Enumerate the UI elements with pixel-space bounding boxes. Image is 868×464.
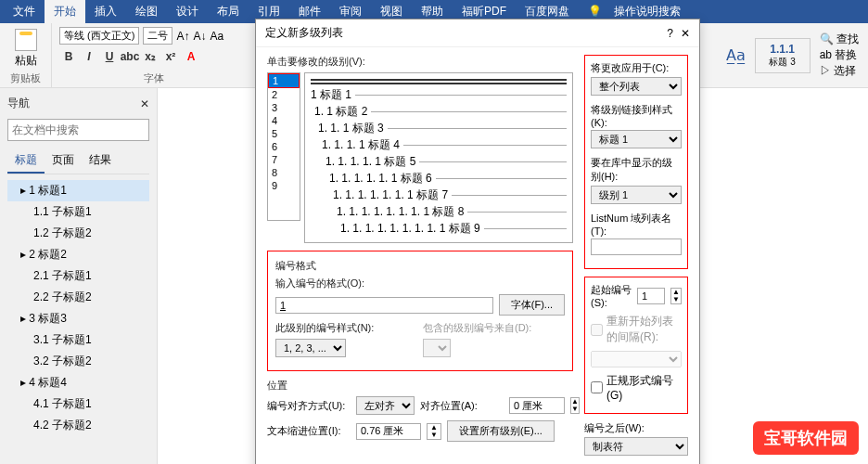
nav-item[interactable]: ▸ 1 标题1: [7, 180, 149, 201]
align-spinner[interactable]: ▲▼: [570, 397, 580, 414]
font-group: 等线 (西文正文) 二号 A↑ A↓ Aa B I U abc x₂ x² A …: [52, 23, 256, 87]
clipboard-group: 粘贴 剪贴板: [0, 23, 52, 87]
tab-file[interactable]: 文件: [4, 0, 45, 23]
help-icon[interactable]: ?: [667, 27, 673, 40]
apply-to-label: 将更改应用于(C):: [591, 61, 682, 75]
underline-button[interactable]: U: [100, 48, 119, 65]
format-input[interactable]: [275, 297, 493, 314]
link-style-select[interactable]: 标题 1: [591, 130, 682, 148]
nav-item[interactable]: 2.1 子标题1: [7, 265, 149, 287]
increase-font-icon[interactable]: A↑: [176, 30, 189, 43]
align-pos-label: 对齐位置(A):: [420, 399, 504, 413]
strike-button[interactable]: abc: [121, 48, 139, 65]
start-num-input[interactable]: [637, 288, 665, 304]
nav-tab-pages[interactable]: 页面: [45, 148, 82, 174]
start-spinner[interactable]: ▲▼: [670, 288, 682, 304]
nav-item[interactable]: 4.2 子标题2: [7, 415, 149, 436]
subscript-button[interactable]: x₂: [141, 48, 160, 65]
tab-draw[interactable]: 绘图: [126, 0, 167, 23]
align-label: 编号对齐方式(U):: [267, 399, 351, 413]
level-style-select[interactable]: 1, 2, 3, ...: [275, 339, 346, 357]
editing-group: 🔍 查找 ab 替换 ▷ 选择: [820, 32, 859, 78]
find-button[interactable]: 🔍 查找: [820, 32, 859, 47]
font-size-select[interactable]: 二号: [143, 27, 172, 45]
listnum-label: ListNum 域列表名(T):: [591, 212, 682, 237]
tab-insert[interactable]: 插入: [85, 0, 126, 23]
show-level-select[interactable]: 级别 1: [591, 186, 682, 204]
nav-title: 导航: [7, 96, 30, 111]
watermark: 宝哥软件园: [753, 421, 859, 455]
after-num-label: 编号之后(W):: [584, 421, 688, 435]
nav-close-icon[interactable]: ✕: [140, 97, 149, 110]
include-from-select[interactable]: [423, 339, 451, 357]
set-all-button[interactable]: 设置所有级别(E)...: [447, 420, 555, 442]
nav-search-input[interactable]: [7, 119, 149, 141]
tab-home[interactable]: 开始: [45, 0, 85, 23]
indent-label: 文本缩进位置(I):: [267, 424, 351, 438]
level-3[interactable]: 3: [268, 101, 300, 114]
preview-box: 1 标题 11. 1 标题 21. 1. 1 标题 31. 1. 1. 1 标题…: [304, 72, 573, 243]
nav-item[interactable]: 4.1 子标题1: [7, 393, 149, 415]
bold-button[interactable]: B: [59, 48, 78, 65]
level-1[interactable]: 1: [268, 73, 300, 88]
close-icon[interactable]: ✕: [681, 27, 690, 40]
nav-tab-headings[interactable]: 标题: [7, 148, 45, 174]
change-case-icon[interactable]: Aa: [210, 30, 223, 43]
font-name-select[interactable]: 等线 (西文正文): [59, 27, 139, 45]
nav-item[interactable]: 3.2 子标题2: [7, 351, 149, 372]
legal-checkbox[interactable]: [591, 381, 603, 393]
tab-layout[interactable]: 布局: [208, 0, 249, 23]
nav-item[interactable]: 2.2 子标题2: [7, 287, 149, 308]
level-8[interactable]: 8: [268, 166, 300, 179]
font-button[interactable]: 字体(F)...: [499, 294, 565, 316]
enter-format-label: 输入编号的格式(O):: [275, 277, 565, 290]
restart-checkbox: [591, 324, 603, 336]
font-group-label: 字体: [52, 71, 255, 85]
nav-tree: ▸ 1 标题11.1 子标题11.2 子标题2▸ 2 标题22.1 子标题12.…: [7, 180, 149, 436]
legal-label: 正规形式编号(G): [606, 373, 682, 402]
style-heading3[interactable]: 1.1.1 标题 3: [755, 38, 811, 73]
nav-item[interactable]: ▸ 4 标题4: [7, 372, 149, 393]
nav-item[interactable]: ▸ 2 标题2: [7, 244, 149, 265]
listnum-input[interactable]: [591, 238, 682, 255]
level-9[interactable]: 9: [268, 179, 300, 192]
italic-button[interactable]: I: [80, 48, 98, 65]
nav-item[interactable]: ▸ 3 标题3: [7, 308, 149, 329]
apply-to-select[interactable]: 整个列表: [591, 77, 682, 96]
tab-design[interactable]: 设计: [167, 0, 208, 23]
nav-item[interactable]: 3.1 子标题1: [7, 329, 149, 351]
restart-select: [591, 351, 682, 367]
link-style-label: 将级别链接到样式(K):: [591, 103, 682, 128]
clipboard-label: 剪贴板: [0, 71, 51, 85]
level-5[interactable]: 5: [268, 127, 300, 140]
dialog-title: 定义新多级列表: [265, 25, 343, 41]
start-num-label: 起始编号(S):: [591, 283, 632, 308]
level-2[interactable]: 2: [268, 88, 300, 101]
navigation-panel: 导航 ✕ 标题 页面 结果 ▸ 1 标题11.1 子标题11.2 子标题2▸ 2…: [0, 88, 158, 464]
style-preview: A̲a̲: [726, 46, 746, 64]
align-select[interactable]: 左对齐: [356, 396, 415, 415]
number-format-section: 编号格式 输入编号的格式(O): 字体(F)... 此级别的编号样式(N): 1…: [267, 251, 573, 371]
indent-input[interactable]: [356, 423, 421, 440]
superscript-button[interactable]: x²: [161, 48, 180, 65]
nav-item[interactable]: 1.1 子标题1: [7, 201, 149, 223]
replace-button[interactable]: ab 替换: [820, 47, 859, 63]
include-from-label: 包含的级别编号来自(D):: [423, 321, 565, 335]
nav-item[interactable]: 1.2 子标题2: [7, 223, 149, 244]
level-6[interactable]: 6: [268, 140, 300, 153]
select-button[interactable]: ▷ 选择: [820, 63, 859, 79]
level-list[interactable]: 123456789: [267, 72, 300, 221]
paste-icon: [15, 29, 37, 51]
font-color-button[interactable]: A: [182, 48, 200, 65]
level-style-label: 此级别的编号样式(N):: [275, 321, 417, 335]
nav-tab-results[interactable]: 结果: [82, 148, 119, 174]
align-pos-input[interactable]: [509, 397, 565, 414]
paste-button[interactable]: 粘贴: [7, 27, 44, 71]
multilevel-list-dialog: 定义新多级列表 ? ✕ 单击要修改的级别(V): 123456789 1 标题 …: [255, 19, 700, 464]
decrease-font-icon[interactable]: A↓: [193, 30, 206, 43]
level-4[interactable]: 4: [268, 114, 300, 127]
click-level-label: 单击要修改的级别(V):: [267, 55, 573, 69]
after-num-select[interactable]: 制表符: [584, 437, 688, 456]
indent-spinner[interactable]: ▲▼: [427, 423, 441, 440]
level-7[interactable]: 7: [268, 153, 300, 166]
